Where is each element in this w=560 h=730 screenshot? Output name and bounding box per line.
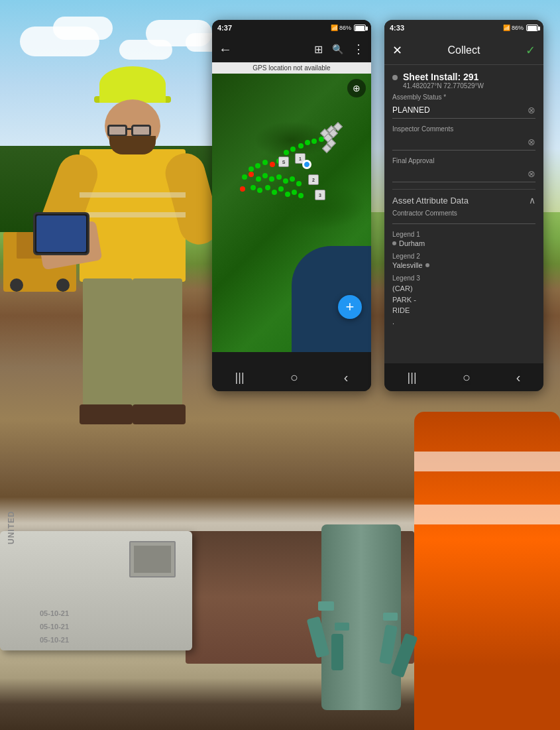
- contractor-comments-field: Contractor Comments: [392, 210, 535, 224]
- right-back-nav-icon[interactable]: ‹: [516, 370, 521, 385]
- more-options-icon[interactable]: ⋮: [353, 42, 364, 56]
- final-approval-label: Final Approval: [392, 157, 535, 164]
- legend-1-value: Durham: [392, 239, 535, 247]
- collect-body: Sheet Install: 291 41.482027°N 72.770529…: [384, 65, 543, 363]
- legend-3-field: Legend 3 (CAR) PARK - RIDE .: [392, 274, 535, 327]
- left-status-icons: 📶 86%: [331, 25, 366, 31]
- back-nav-icon[interactable]: ‹: [344, 370, 349, 385]
- map-dot: [290, 147, 296, 152]
- right-status-bar: 4:33 📶 86%: [384, 20, 543, 36]
- back-icon[interactable]: ←: [219, 42, 232, 57]
- map-dot: [262, 160, 268, 165]
- map-dot: [262, 173, 268, 178]
- final-approval-field: Final Approval ⊗: [392, 157, 535, 182]
- add-icon: +: [346, 300, 355, 314]
- map-dot: [276, 174, 282, 180]
- map-dot: [292, 190, 297, 195]
- assembly-status-field: Assembly Status * PLANNED ⊗: [392, 93, 535, 119]
- right-bottom-nav: ||| ○ ‹: [384, 363, 543, 391]
- inspector-comments-field: Inspector Comments ⊗: [392, 125, 535, 151]
- final-approval-input[interactable]: ⊗: [392, 166, 535, 182]
- legend-2-dot: [425, 263, 429, 267]
- map-dot: [272, 190, 277, 195]
- map-dot: [284, 150, 289, 155]
- gps-center-button[interactable]: ⊕: [347, 79, 366, 97]
- right-battery: [526, 25, 538, 31]
- map-dot: [257, 188, 262, 193]
- add-feature-button[interactable]: +: [338, 295, 362, 319]
- gps-message-bar: GPS location not available: [212, 62, 371, 74]
- feature-title-row: Sheet Install: 291 41.482027°N 72.770529…: [392, 72, 535, 90]
- legend-1-label: Legend 1: [392, 231, 535, 238]
- feature-name: Sheet Install: 291: [403, 72, 484, 82]
- asset-section-title: Asset Attribute Data: [392, 196, 469, 206]
- phone-collect-screen: 4:33 📶 86% ✕ Collect ✓ Sheet Install: 29…: [384, 20, 543, 391]
- assembly-status-value: PLANNED: [392, 105, 430, 115]
- left-bottom-nav: ||| ○ ‹: [212, 363, 371, 391]
- legend-3-label: Legend 3: [392, 274, 535, 282]
- concrete-block: UNITED 05-10-21 05-10-21 05-10-21: [0, 531, 192, 650]
- search-icon[interactable]: 🔍: [332, 44, 343, 54]
- map-dot: [296, 181, 302, 186]
- bolt-assembly: [302, 524, 421, 710]
- worker-figure: [46, 66, 225, 424]
- map-dot: [278, 186, 284, 192]
- close-button[interactable]: ✕: [392, 43, 402, 58]
- map-view[interactable]: S 1 2: [212, 74, 371, 352]
- right-menu-nav-icon[interactable]: |||: [408, 371, 417, 385]
- inspector-comments-clear-icon[interactable]: ⊗: [528, 137, 535, 147]
- map-dot: [240, 186, 245, 192]
- legend-1-dot: [392, 241, 396, 245]
- map-dot: [298, 193, 304, 198]
- layers-icon[interactable]: ⊞: [314, 43, 323, 56]
- map-dot: [249, 166, 254, 172]
- gps-message-text: GPS location not available: [252, 64, 330, 72]
- map-dot: [256, 176, 261, 182]
- left-phone-toolbar: ← ⊞ 🔍 ⋮: [212, 36, 371, 62]
- assembly-status-clear-icon[interactable]: ⊗: [528, 105, 535, 115]
- orange-barrel: [414, 412, 560, 730]
- assembly-status-input[interactable]: PLANNED ⊗: [392, 102, 535, 119]
- feature-indicator-dot: [392, 75, 398, 80]
- map-dot: [269, 176, 274, 182]
- map-dot: [305, 140, 310, 145]
- contractor-comments-input[interactable]: [392, 218, 535, 224]
- map-dot: [255, 163, 260, 168]
- map-dot: [242, 174, 247, 180]
- final-approval-clear-icon[interactable]: ⊗: [528, 168, 535, 179]
- map-dot: [251, 185, 256, 190]
- right-status-icons: 📶 86%: [503, 25, 538, 31]
- labeled-dot-s: S: [278, 156, 289, 167]
- asset-section-chevron[interactable]: ∧: [529, 195, 535, 206]
- legend-2-field: Legend 2 Yalesville: [392, 253, 535, 269]
- map-dot: [285, 192, 290, 197]
- feature-coordinates: 41.482027°N 72.770529°W: [403, 82, 484, 90]
- assembly-status-label: Assembly Status *: [392, 93, 535, 101]
- map-dot: [298, 143, 304, 149]
- map-dot: [290, 176, 295, 182]
- inspector-comments-input[interactable]: ⊗: [392, 134, 535, 151]
- legend-3-value: (CAR) PARK - RIDE .: [392, 283, 535, 327]
- confirm-button[interactable]: ✓: [526, 43, 535, 58]
- labeled-dot-2: 2: [308, 174, 319, 185]
- home-nav-icon[interactable]: ○: [290, 370, 298, 385]
- left-time: 4:37: [217, 24, 232, 32]
- legend-2-label: Legend 2: [392, 253, 535, 260]
- labeled-dot-3: 3: [315, 190, 325, 200]
- map-dot: [283, 178, 288, 184]
- cloud-2: [53, 17, 113, 40]
- legend-2-value: Yalesville: [392, 261, 535, 269]
- right-time: 4:33: [390, 24, 404, 32]
- contractor-comments-label: Contractor Comments: [392, 210, 535, 217]
- legend-1-field: Legend 1 Durham: [392, 231, 535, 247]
- map-dot: [249, 172, 254, 177]
- asset-section-header[interactable]: Asset Attribute Data ∧: [392, 189, 535, 210]
- inspector-comments-label: Inspector Comments: [392, 125, 535, 133]
- collect-header: ✕ Collect ✓: [384, 36, 543, 65]
- menu-nav-icon[interactable]: |||: [235, 371, 245, 385]
- left-status-bar: 4:37 📶 86%: [212, 20, 371, 36]
- phone-map-screen: 4:37 📶 86% ← ⊞ 🔍 ⋮ GPS location not avai…: [212, 20, 371, 391]
- right-home-nav-icon[interactable]: ○: [463, 370, 471, 385]
- location-pin: [302, 160, 311, 169]
- map-dot: [311, 139, 317, 144]
